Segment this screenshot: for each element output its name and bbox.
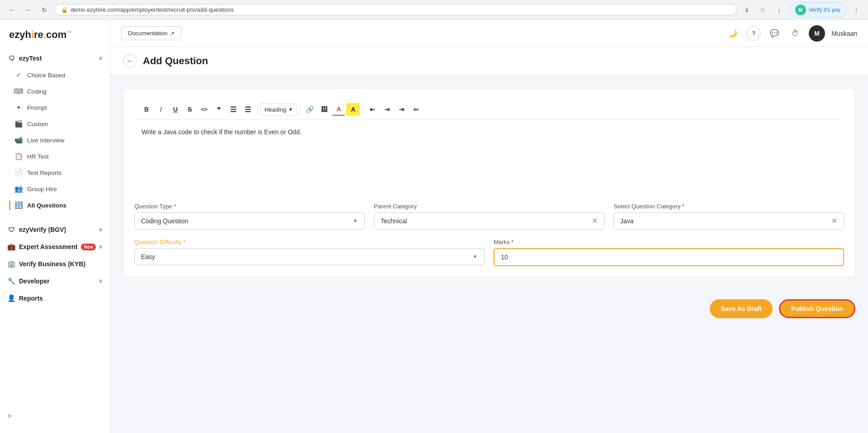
heading-select[interactable]: Heading ▼ bbox=[260, 103, 297, 116]
group-hire-icon: 👥 bbox=[14, 185, 23, 193]
verify-avatar: M bbox=[795, 5, 806, 15]
unordered-list-btn[interactable]: ☰ bbox=[241, 103, 255, 116]
difficulty-select[interactable]: Easy ▼ bbox=[134, 248, 485, 265]
sidebar-item-prompt[interactable]: ✦ Prompt bbox=[0, 99, 110, 116]
sidebar-item-label: Test Reports bbox=[27, 169, 61, 176]
close-icon: ✕ bbox=[7, 413, 12, 419]
quote-btn[interactable]: ❝ bbox=[212, 103, 226, 116]
sidebar-item-label: Choice Based bbox=[27, 72, 65, 79]
sidebar-item-all-questions[interactable]: 🔢 All Questions bbox=[0, 197, 110, 213]
developer-label: Developer bbox=[19, 278, 50, 285]
sidebar: ezyhire.com™ 🗨 ezyTest ∧ ✓ Choice Based … bbox=[0, 20, 110, 433]
expert-icon: 💼 bbox=[7, 243, 15, 251]
back-nav-btn[interactable]: ← bbox=[5, 4, 18, 16]
question-type-select[interactable]: Coding Question ▼ bbox=[134, 212, 365, 230]
sidebar-item-custom[interactable]: 🎬 Custom bbox=[0, 116, 110, 132]
sidebar-group-ezytest[interactable]: 🗨 ezyTest ∧ bbox=[0, 50, 110, 67]
align-right-btn[interactable]: ⇥ bbox=[395, 103, 408, 116]
sidebar-group-ezyverify[interactable]: 🛡 ezyVerify (BGV) ∨ bbox=[0, 221, 110, 238]
code-btn[interactable]: <> bbox=[198, 103, 211, 116]
expert-chevron: ∨ bbox=[99, 244, 103, 250]
sidebar-item-live-interview[interactable]: 📹 Live Interview bbox=[0, 132, 110, 148]
question-type-arrow: ▼ bbox=[353, 218, 358, 224]
sidebar-item-label: Live Interview bbox=[27, 137, 65, 144]
strikethrough-btn[interactable]: S bbox=[183, 103, 197, 116]
back-button[interactable]: ← bbox=[123, 54, 137, 68]
coding-icon: ⌨ bbox=[14, 87, 23, 95]
main-content: ← Add Question B I U S <> ❝ ☰ ☰ bbox=[110, 47, 868, 433]
page-title: Add Question bbox=[143, 55, 208, 67]
browser-download-btn[interactable]: ↓ bbox=[773, 4, 786, 16]
sidebar-group-developer[interactable]: 🔧 Developer ∨ bbox=[0, 273, 110, 290]
sidebar-item-choice-based[interactable]: ✓ Choice Based bbox=[0, 67, 110, 83]
sidebar-item-label: Coding bbox=[27, 88, 47, 95]
forward-nav-btn[interactable]: → bbox=[22, 4, 34, 16]
parent-category-label: Parent Category bbox=[374, 203, 604, 210]
editor-area[interactable]: Write a Java code to check if the number… bbox=[134, 120, 844, 192]
select-category-select[interactable]: Java ✕ bbox=[613, 212, 844, 230]
logo-text: ezyhire.com™ bbox=[9, 29, 71, 41]
sidebar-item-group-hire[interactable]: 👥 Group Hire bbox=[0, 181, 110, 197]
italic-btn[interactable]: I bbox=[154, 103, 168, 116]
difficulty-label: Question Difficulty * bbox=[134, 239, 485, 245]
difficulty-field: Question Difficulty * Easy ▼ bbox=[134, 239, 485, 266]
form-row-2: Question Difficulty * Easy ▼ Marks * bbox=[134, 239, 844, 266]
marks-input[interactable] bbox=[494, 248, 844, 266]
sidebar-group-expert[interactable]: 💼 Expert Assessment New ∨ bbox=[0, 238, 110, 255]
question-type-label: Question Type * bbox=[134, 203, 365, 210]
reports-label: Reports bbox=[19, 295, 43, 302]
dark-mode-btn[interactable]: 🌙 bbox=[726, 26, 740, 41]
highlight-btn[interactable]: A bbox=[346, 103, 360, 116]
browser-chrome: ← → ↻ 🔒 demo.ezyhire.com/app/employer/te… bbox=[0, 0, 868, 20]
difficulty-value: Easy bbox=[141, 253, 155, 260]
form-container: B I U S <> ❝ ☰ ☰ Heading ▼ bbox=[110, 75, 868, 290]
link-btn[interactable]: 🔗 bbox=[303, 103, 316, 116]
sidebar-item-coding[interactable]: ⌨ Coding bbox=[0, 83, 110, 99]
save-as-draft-button[interactable]: Save As Draft bbox=[710, 299, 773, 318]
bold-btn[interactable]: B bbox=[140, 103, 153, 116]
sidebar-item-label: All Questions bbox=[27, 202, 66, 209]
publish-question-button[interactable]: Publish Question bbox=[779, 299, 855, 318]
download-page-btn[interactable]: ⇓ bbox=[741, 4, 753, 16]
verify-identity-btn[interactable]: M Verify it's you bbox=[789, 2, 846, 18]
align-center-btn[interactable]: ⇥ bbox=[380, 103, 394, 116]
test-reports-icon: 📄 bbox=[14, 169, 23, 177]
sidebar-item-test-reports[interactable]: 📄 Test Reports bbox=[0, 165, 110, 181]
sidebar-divider-1 bbox=[0, 217, 110, 217]
help-btn[interactable]: ? bbox=[746, 26, 761, 41]
ezyverify-icon: 🛡 bbox=[7, 226, 15, 234]
hr-test-icon: 📋 bbox=[14, 152, 23, 160]
image-btn[interactable]: 🖼 bbox=[317, 103, 331, 116]
parent-category-clear-btn[interactable]: ✕ bbox=[592, 217, 598, 225]
all-questions-icon: 🔢 bbox=[14, 201, 23, 209]
history-btn[interactable]: ⏱ bbox=[788, 26, 802, 41]
select-category-clear-btn[interactable]: ✕ bbox=[831, 217, 837, 225]
editor-toolbar: B I U S <> ❝ ☰ ☰ Heading ▼ bbox=[134, 99, 844, 120]
app-header: Documentation ↗ 🌙 ? 💬 ⏱ M Muskaan bbox=[110, 20, 868, 47]
user-avatar[interactable]: M bbox=[809, 25, 825, 42]
browser-menu-btn[interactable]: ⋮ bbox=[850, 4, 863, 16]
ordered-list-btn[interactable]: ☰ bbox=[226, 103, 240, 116]
heading-dropdown-icon: ▼ bbox=[288, 107, 293, 112]
header-right: 🌙 ? 💬 ⏱ M Muskaan bbox=[726, 25, 857, 42]
documentation-button[interactable]: Documentation ↗ bbox=[121, 26, 181, 40]
text-color-btn[interactable]: A bbox=[332, 103, 345, 116]
toolbar-divider-3 bbox=[363, 105, 363, 114]
marks-field: Marks * bbox=[494, 239, 844, 266]
align-justify-btn[interactable]: ⇦ bbox=[409, 103, 423, 116]
sidebar-item-label: Prompt bbox=[27, 104, 47, 111]
sidebar-item-hr-test[interactable]: 📋 HR Test bbox=[0, 148, 110, 165]
align-left-btn[interactable]: ⇤ bbox=[366, 103, 379, 116]
bookmark-btn[interactable]: ☆ bbox=[757, 4, 769, 16]
select-category-field: Select Question Category * Java ✕ bbox=[613, 203, 844, 230]
parent-category-select[interactable]: Technical ✕ bbox=[374, 212, 604, 230]
sidebar-group-reports[interactable]: 👤 Reports bbox=[0, 290, 110, 307]
sidebar-group-kyb[interactable]: 🏢 Verify Business (KYB) bbox=[0, 255, 110, 273]
sidebar-close-btn[interactable]: ✕ bbox=[0, 408, 110, 424]
user-name[interactable]: Muskaan bbox=[831, 30, 857, 37]
address-bar[interactable]: 🔒 demo.ezyhire.com/app/employer/test/rec… bbox=[54, 4, 737, 15]
underline-btn[interactable]: U bbox=[169, 103, 182, 116]
chat-btn[interactable]: 💬 bbox=[767, 26, 782, 41]
heading-label: Heading bbox=[264, 106, 286, 113]
reload-btn[interactable]: ↻ bbox=[38, 4, 51, 16]
